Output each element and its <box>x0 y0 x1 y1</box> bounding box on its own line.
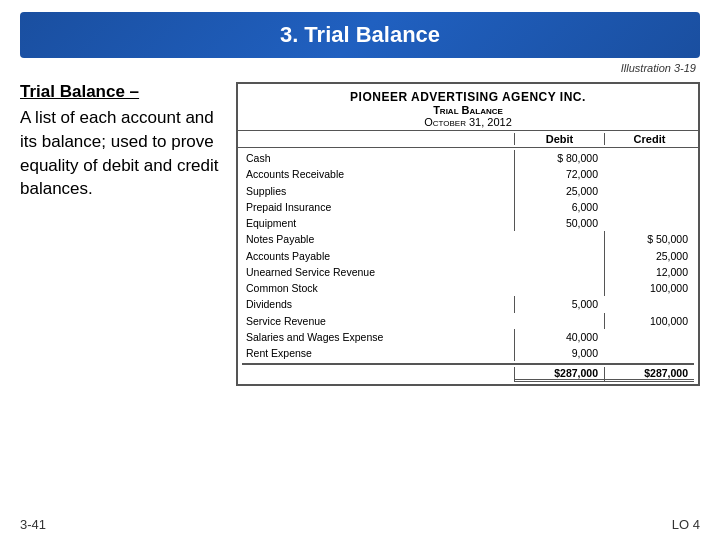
table-row: Rent Expense9,000 <box>242 345 694 361</box>
table-row: Service Revenue100,000 <box>242 313 694 329</box>
row-account-name: Accounts Receivable <box>242 166 514 182</box>
table-row: Accounts Payable25,000 <box>242 248 694 264</box>
total-row: $287,000$287,000 <box>242 363 694 382</box>
row-account-name: Notes Payable <box>242 231 514 247</box>
table-row: Supplies25,000 <box>242 183 694 199</box>
row-account-name: Equipment <box>242 215 514 231</box>
header-title: 3. Trial Balance <box>280 22 440 47</box>
col-account-header <box>242 133 514 145</box>
table-rows: Cash$ 80,000Accounts Receivable72,000Sup… <box>238 148 698 384</box>
row-debit-amount: 40,000 <box>514 329 604 345</box>
row-account-name: Unearned Service Revenue <box>242 264 514 280</box>
table-row: Salaries and Wages Expense40,000 <box>242 329 694 345</box>
table-row: Equipment50,000 <box>242 215 694 231</box>
table-title: Trial Balance <box>242 104 694 116</box>
row-credit-amount: 100,000 <box>604 280 694 296</box>
column-headers: Debit Credit <box>238 131 698 148</box>
row-credit-amount: 100,000 <box>604 313 694 329</box>
table-date: October 31, 2012 <box>242 116 694 128</box>
illustration-label: Illustration 3-19 <box>0 58 720 78</box>
total-label <box>242 367 514 382</box>
row-debit-amount: 72,000 <box>514 166 604 182</box>
row-credit-amount: 25,000 <box>604 248 694 264</box>
left-panel: Trial Balance – A list of each account a… <box>20 82 220 386</box>
table-row: Dividends5,000 <box>242 296 694 312</box>
row-debit-amount: $ 80,000 <box>514 150 604 166</box>
main-content: Trial Balance – A list of each account a… <box>0 78 720 386</box>
table-header: PIONEER ADVERTISING AGENCY INC. Trial Ba… <box>238 84 698 131</box>
total-debit: $287,000 <box>514 367 604 382</box>
table-row: Cash$ 80,000 <box>242 150 694 166</box>
learning-objective: LO 4 <box>672 517 700 532</box>
row-account-name: Dividends <box>242 296 514 312</box>
table-row: Notes Payable$ 50,000 <box>242 231 694 247</box>
row-account-name: Rent Expense <box>242 345 514 361</box>
row-debit-amount: 5,000 <box>514 296 604 312</box>
trial-balance-table: PIONEER ADVERTISING AGENCY INC. Trial Ba… <box>236 82 700 386</box>
row-account-name: Prepaid Insurance <box>242 199 514 215</box>
col-credit-header: Credit <box>604 133 694 145</box>
row-account-name: Salaries and Wages Expense <box>242 329 514 345</box>
total-credit: $287,000 <box>604 367 694 382</box>
page-number: 3-41 <box>20 517 46 532</box>
table-row: Common Stock100,000 <box>242 280 694 296</box>
row-account-name: Supplies <box>242 183 514 199</box>
company-name: PIONEER ADVERTISING AGENCY INC. <box>242 90 694 104</box>
row-debit-amount: 9,000 <box>514 345 604 361</box>
slide-header: 3. Trial Balance <box>20 12 700 58</box>
row-debit-amount: 50,000 <box>514 215 604 231</box>
row-credit-amount: $ 50,000 <box>604 231 694 247</box>
term-title: Trial Balance – <box>20 82 220 102</box>
term-definition: A list of each account and its balance; … <box>20 106 220 201</box>
row-account-name: Service Revenue <box>242 313 514 329</box>
row-account-name: Common Stock <box>242 280 514 296</box>
row-debit-amount: 25,000 <box>514 183 604 199</box>
table-row: Prepaid Insurance6,000 <box>242 199 694 215</box>
table-row: Accounts Receivable72,000 <box>242 166 694 182</box>
col-debit-header: Debit <box>514 133 604 145</box>
row-account-name: Cash <box>242 150 514 166</box>
footer: 3-41 LO 4 <box>20 517 700 532</box>
row-debit-amount: 6,000 <box>514 199 604 215</box>
table-row: Unearned Service Revenue12,000 <box>242 264 694 280</box>
row-credit-amount: 12,000 <box>604 264 694 280</box>
row-account-name: Accounts Payable <box>242 248 514 264</box>
